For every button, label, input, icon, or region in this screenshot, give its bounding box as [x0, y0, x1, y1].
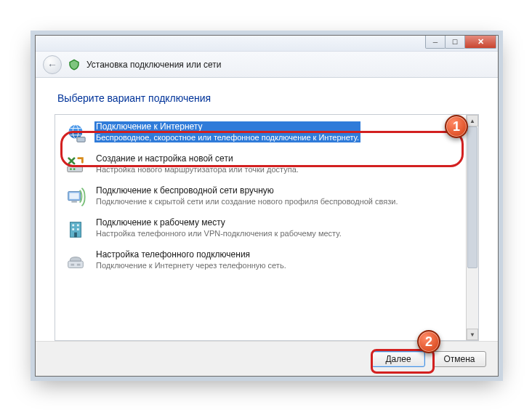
svg-rect-7 [70, 193, 79, 198]
annotation-marker-2: 2 [417, 330, 440, 353]
svg-point-4 [70, 168, 72, 170]
options-panel: Подключение к Интернету Беспроводное, ск… [55, 114, 479, 341]
svg-rect-8 [71, 201, 77, 203]
wireless-monitor-icon [64, 185, 87, 209]
svg-rect-2 [77, 137, 85, 142]
svg-rect-17 [77, 264, 81, 266]
option-dialup[interactable]: Настройка телефонного подключения Подклю… [55, 246, 466, 278]
option-title: Настройка телефонного подключения [94, 249, 288, 260]
scrollbar[interactable]: ▲ ▼ [466, 115, 478, 340]
back-button[interactable]: ← [43, 55, 62, 74]
window-controls: ─ ☐ ✕ [425, 36, 496, 49]
router-setup-icon [64, 153, 87, 177]
option-title: Подключение к рабочему месту [94, 217, 343, 228]
scroll-down-button[interactable]: ▼ [467, 329, 478, 340]
option-desc: Настройка нового маршрутизатора или точк… [94, 164, 300, 174]
scroll-up-button[interactable]: ▲ [467, 115, 478, 126]
close-button[interactable]: ✕ [464, 36, 496, 49]
option-manual-wireless[interactable]: Подключение к беспроводной сети вручную … [55, 182, 466, 214]
globe-icon [64, 121, 87, 145]
option-title: Создание и настройка новой сети [94, 153, 300, 164]
titlebar: ─ ☐ ✕ [36, 36, 498, 52]
option-title: Подключение к Интернету [94, 121, 360, 132]
cancel-button[interactable]: Отмена [432, 351, 486, 367]
svg-point-5 [73, 168, 76, 170]
annotation-marker-1: 1 [445, 115, 468, 138]
option-workplace[interactable]: Подключение к рабочему месту Настройка т… [55, 214, 466, 246]
option-desc: Настройка телефонного или VPN-подключени… [94, 228, 343, 238]
svg-rect-16 [70, 264, 74, 266]
back-arrow-icon: ← [47, 59, 57, 71]
network-wizard-icon [68, 58, 81, 71]
svg-rect-14 [74, 233, 77, 238]
content-area: Выберите вариант подключения Подключение… [36, 78, 498, 341]
option-desc: Подключение к скрытой сети или создание … [94, 196, 399, 206]
scroll-track[interactable] [467, 126, 478, 329]
options-list: Подключение к Интернету Беспроводное, ск… [55, 115, 466, 340]
phone-modem-icon [64, 249, 87, 273]
scroll-thumb[interactable] [467, 126, 477, 268]
svg-rect-10 [72, 224, 74, 226]
option-desc: Беспроводное, скоростное или телефонное … [94, 132, 360, 142]
svg-rect-12 [72, 228, 74, 230]
office-building-icon [64, 217, 87, 241]
next-button[interactable]: Далее [371, 351, 425, 367]
svg-rect-13 [77, 228, 79, 230]
header-row: ← Установка подключения или сети [36, 52, 498, 78]
option-desc: Подключение к Интернету через телефонную… [94, 260, 288, 270]
window-title: Установка подключения или сети [86, 60, 221, 70]
minimize-button[interactable]: ─ [425, 36, 446, 49]
option-new-network[interactable]: Создание и настройка новой сети Настройк… [55, 150, 466, 182]
maximize-button[interactable]: ☐ [445, 36, 465, 49]
page-heading: Выберите вариант подключения [57, 92, 479, 104]
svg-rect-11 [77, 224, 79, 226]
option-internet-connection[interactable]: Подключение к Интернету Беспроводное, ск… [55, 118, 466, 150]
option-title: Подключение к беспроводной сети вручную [94, 185, 399, 196]
wizard-window: ─ ☐ ✕ ← Установка подключения или сети В… [35, 35, 499, 377]
svg-rect-15 [68, 261, 84, 268]
